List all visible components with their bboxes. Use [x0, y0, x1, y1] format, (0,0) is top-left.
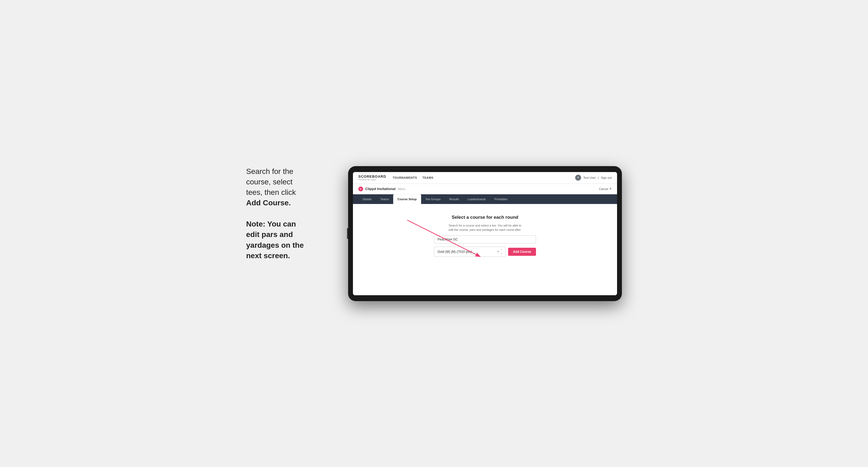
- tab-details[interactable]: Details: [358, 194, 376, 204]
- annotation-text: Search for the course, select tees, then…: [246, 166, 332, 261]
- tournament-name: C Clippd Invitational (Men): [358, 187, 405, 191]
- navbar-left: SCOREBOARD Powered by clippd TOURNAMENTS…: [358, 175, 433, 181]
- tab-leaderboards[interactable]: Leaderboards: [463, 194, 490, 204]
- tablet-screen: SCOREBOARD Powered by clippd TOURNAMENTS…: [353, 172, 617, 295]
- user-avatar: T: [575, 175, 581, 181]
- tablet-side-button: [347, 228, 348, 239]
- add-course-button[interactable]: Add Course: [508, 248, 536, 256]
- note-line2: edit pars and: [246, 230, 293, 239]
- note-line3: yardages on the: [246, 241, 304, 249]
- navbar-right: T Test User | Sign out: [575, 175, 612, 181]
- tab-bar: Details Teams Course Setup Tee Groups Re…: [353, 194, 617, 204]
- note-line1: Note: You can: [246, 220, 296, 228]
- tee-chevron-icon[interactable]: ⌃⌄: [500, 249, 502, 255]
- logo-title: SCOREBOARD: [358, 175, 386, 179]
- logo-area: SCOREBOARD Powered by clippd: [358, 175, 386, 181]
- tab-tee-groups[interactable]: Tee Groups: [421, 194, 445, 204]
- tee-clear-icon[interactable]: ✕: [497, 250, 499, 253]
- outer-layout: Search for the course, select tees, then…: [246, 166, 622, 301]
- cancel-button[interactable]: Cancel ✕: [599, 187, 612, 191]
- pipe-separator: |: [598, 176, 599, 179]
- tab-results[interactable]: Results: [445, 194, 463, 204]
- tournament-gender: (Men): [398, 187, 406, 191]
- panel-description: Search for a course and select a tee. Yo…: [447, 223, 523, 232]
- tee-value-label: Gold (M) (M) (7010 yds): [437, 250, 472, 254]
- annotation-line2: course, select: [246, 178, 292, 186]
- note-line4: next screen.: [246, 251, 290, 260]
- content-area: Select a course for each round Search fo…: [353, 204, 617, 295]
- tablet-device: SCOREBOARD Powered by clippd TOURNAMENTS…: [348, 166, 622, 301]
- tournament-bar: C Clippd Invitational (Men) Cancel ✕: [353, 184, 617, 194]
- nav-teams[interactable]: TEAMS: [423, 176, 433, 179]
- panel-title: Select a course for each round: [452, 215, 518, 220]
- cancel-icon: ✕: [609, 187, 612, 191]
- note-section: Note: You can edit pars and yardages on …: [246, 219, 332, 261]
- cancel-label: Cancel: [599, 187, 608, 191]
- tab-teams[interactable]: Teams: [376, 194, 393, 204]
- nav-links: TOURNAMENTS TEAMS: [393, 176, 433, 179]
- navbar: SCOREBOARD Powered by clippd TOURNAMENTS…: [353, 172, 617, 184]
- course-select-panel: Select a course for each round Search fo…: [434, 215, 536, 257]
- tee-select[interactable]: Gold (M) (M) (7010 yds) ✕ ⌃⌄: [434, 247, 506, 257]
- course-search-input[interactable]: [434, 236, 536, 243]
- annotation-line3: tees, then click: [246, 188, 296, 196]
- annotation-line4: Add Course.: [246, 198, 291, 207]
- logo-subtitle: Powered by clippd: [358, 179, 386, 181]
- nav-tournaments[interactable]: TOURNAMENTS: [393, 176, 417, 179]
- annotation-line1: Search for the: [246, 167, 293, 176]
- tab-course-setup[interactable]: Course Setup: [393, 194, 421, 204]
- sign-out-link[interactable]: Sign out: [601, 176, 612, 179]
- tee-select-row: Gold (M) (M) (7010 yds) ✕ ⌃⌄ Add Course: [434, 247, 536, 257]
- tournament-title: Clippd Invitational: [365, 187, 396, 191]
- tee-select-controls: ✕ ⌃⌄: [497, 249, 502, 255]
- user-label: Test User: [583, 176, 596, 179]
- tab-printables[interactable]: Printables: [490, 194, 512, 204]
- tournament-logo: C: [358, 187, 363, 191]
